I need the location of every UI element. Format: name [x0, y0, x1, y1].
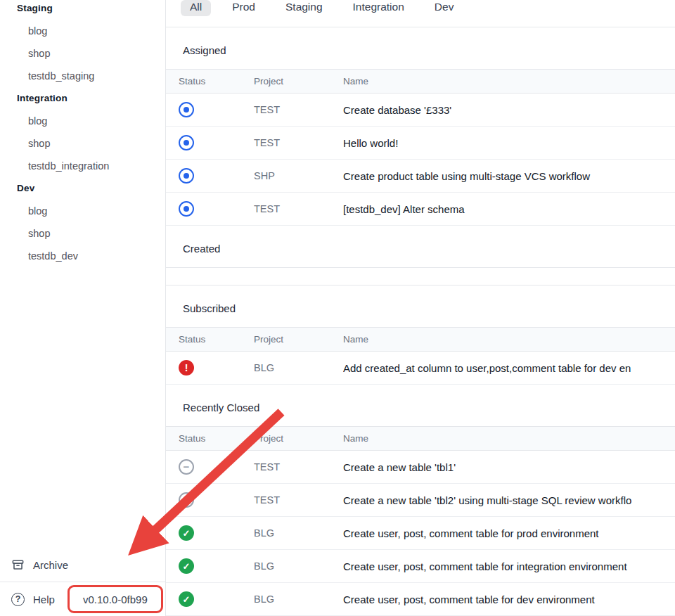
- project-code: BLG: [254, 362, 343, 373]
- open-status-icon: [179, 135, 194, 150]
- name-cell: Create product table using multi-stage V…: [343, 170, 675, 182]
- project-cell: TEST: [254, 494, 343, 506]
- tab-dev[interactable]: Dev: [425, 0, 463, 16]
- sidebar-group-label-integration: Integration: [0, 87, 165, 110]
- project-code: TEST: [254, 494, 343, 506]
- project-code: BLG: [254, 560, 343, 572]
- status-cell: [166, 492, 254, 508]
- issue-name: Add created_at column to user,post,comme…: [343, 362, 675, 374]
- issue-row[interactable]: TESTHello world!: [166, 127, 675, 160]
- sidebar-group-label-staging: Staging: [0, 0, 165, 20]
- issue-name: Hello world!: [343, 137, 675, 149]
- open-status-icon: [179, 201, 194, 217]
- archive-button[interactable]: Archive: [0, 551, 165, 578]
- app-window: Stagingblogshoptestdb_stagingIntegration…: [0, 0, 675, 616]
- empty-table-band: [166, 267, 675, 285]
- section-created: Created: [166, 226, 675, 285]
- project-cell: TEST: [254, 461, 343, 473]
- section-title-subscribed: Subscribed: [166, 285, 675, 327]
- project-code: BLG: [254, 593, 343, 605]
- help-label[interactable]: Help: [33, 593, 55, 605]
- issue-sections: AssignedStatusProjectNameTESTCreate data…: [166, 27, 675, 616]
- issue-row[interactable]: TESTCreate a new table 'tbl1': [166, 451, 675, 484]
- issue-row[interactable]: BLGAdd created_at column to user,post,co…: [166, 352, 675, 385]
- version-badge: v0.10.0-0fb99: [68, 585, 163, 613]
- issue-name: [testdb_dev] Alter schema: [343, 203, 675, 215]
- issue-name: Create database '£333': [343, 104, 675, 116]
- done-status-icon: [179, 525, 194, 541]
- name-cell: Create database '£333': [343, 104, 675, 116]
- column-header-status: Status: [166, 76, 254, 86]
- status-cell: [166, 102, 254, 117]
- name-cell: Hello world!: [343, 137, 675, 149]
- sidebar-item-integration-testdb-integration[interactable]: testdb_integration: [0, 155, 165, 177]
- table-header: StatusProjectName: [166, 69, 675, 94]
- name-cell: Add created_at column to user,post,comme…: [343, 362, 675, 374]
- canceled-status-icon: [179, 492, 194, 508]
- status-cell: [166, 525, 254, 541]
- sidebar-item-integration-shop[interactable]: shop: [0, 132, 165, 155]
- issue-row[interactable]: BLGCreate user, post, comment table for …: [166, 583, 675, 616]
- project-cell: BLG: [254, 593, 343, 605]
- issue-row[interactable]: BLGCreate user, post, comment table for …: [166, 550, 675, 583]
- sidebar-footer: Archive ? Help v0.10.0-0fb99: [0, 551, 165, 616]
- name-cell: Create user, post, comment table for pro…: [343, 527, 675, 539]
- sidebar-item-dev-shop[interactable]: shop: [0, 222, 165, 245]
- archive-label: Archive: [33, 559, 68, 571]
- help-icon[interactable]: ?: [11, 593, 25, 606]
- database-tree: Stagingblogshoptestdb_stagingIntegration…: [0, 0, 165, 267]
- issue-name: Create product table using multi-stage V…: [343, 170, 675, 182]
- tab-prod[interactable]: Prod: [223, 0, 264, 16]
- done-status-icon: [179, 558, 194, 574]
- project-code: TEST: [254, 461, 343, 473]
- sidebar-item-integration-blog[interactable]: blog: [0, 110, 165, 132]
- open-status-icon: [179, 102, 194, 117]
- tab-staging[interactable]: Staging: [276, 0, 332, 16]
- sidebar-item-staging-shop[interactable]: shop: [0, 42, 165, 65]
- status-cell: [166, 459, 254, 475]
- section-title-assigned: Assigned: [166, 27, 675, 69]
- environment-tabbar: AllProdStagingIntegrationDev: [166, 0, 675, 27]
- name-cell: Create a new table 'tbl2' using multi-st…: [343, 494, 675, 506]
- name-cell: Create a new table 'tbl1': [343, 461, 675, 473]
- column-header-status: Status: [166, 433, 254, 444]
- issue-row[interactable]: TEST[testdb_dev] Alter schema: [166, 193, 675, 226]
- issue-name: Create user, post, comment table for dev…: [343, 593, 675, 605]
- sidebar-item-dev-blog[interactable]: blog: [0, 200, 165, 222]
- project-code: TEST: [254, 203, 343, 214]
- help-row: ? Help v0.10.0-0fb99: [0, 582, 165, 616]
- table-header: StatusProjectName: [166, 327, 675, 352]
- open-status-icon: [179, 168, 194, 184]
- section-subscribed: SubscribedStatusProjectNameBLGAdd create…: [166, 285, 675, 385]
- issue-name: Create a new table 'tbl1': [343, 461, 675, 473]
- project-cell: SHP: [254, 170, 343, 181]
- status-cell: [166, 135, 254, 150]
- column-header-project: Project: [254, 433, 343, 444]
- main-content: AllProdStagingIntegrationDev AssignedSta…: [166, 0, 675, 616]
- project-cell: TEST: [254, 104, 343, 115]
- status-cell: [166, 201, 254, 217]
- issue-row[interactable]: BLGCreate user, post, comment table for …: [166, 517, 675, 550]
- column-header-name: Name: [343, 76, 675, 86]
- project-code: BLG: [254, 527, 343, 539]
- project-cell: TEST: [254, 203, 343, 214]
- sidebar-item-dev-testdb-dev[interactable]: testdb_dev: [0, 245, 165, 267]
- column-header-name: Name: [343, 334, 675, 345]
- column-header-name: Name: [343, 433, 675, 444]
- issue-row[interactable]: TESTCreate a new table 'tbl2' using mult…: [166, 484, 675, 517]
- sidebar-group-label-dev: Dev: [0, 177, 165, 200]
- issue-row[interactable]: TESTCreate database '£333': [166, 94, 675, 127]
- section-title-recently-closed: Recently Closed: [166, 385, 675, 426]
- issue-name: Create user, post, comment table for pro…: [343, 527, 675, 539]
- tab-all[interactable]: All: [181, 0, 211, 16]
- project-cell: BLG: [254, 560, 343, 572]
- issue-row[interactable]: SHPCreate product table using multi-stag…: [166, 160, 675, 193]
- sidebar-item-staging-testdb-staging[interactable]: testdb_staging: [0, 65, 165, 87]
- section-title-created: Created: [166, 226, 675, 267]
- tab-integration[interactable]: Integration: [344, 0, 413, 16]
- status-cell: [166, 591, 254, 607]
- project-cell: BLG: [254, 527, 343, 539]
- name-cell: Create user, post, comment table for dev…: [343, 593, 675, 605]
- column-header-project: Project: [254, 334, 343, 345]
- sidebar-item-staging-blog[interactable]: blog: [0, 20, 165, 42]
